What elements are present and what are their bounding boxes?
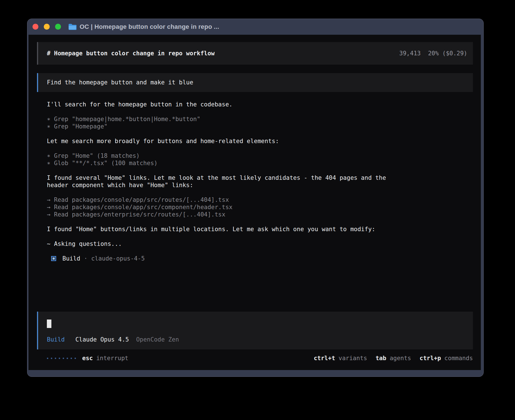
tool-call-line: ∗ Grep "Homepage" — [47, 123, 473, 130]
assistant-status-line: ~ Asking questions... — [47, 240, 473, 248]
text-cursor — [47, 320, 51, 328]
assistant-message-line: I found "Home" buttons/links in multiple… — [47, 226, 473, 233]
close-button[interactable] — [32, 24, 38, 30]
transcript: I'll search for the homepage button in t… — [47, 101, 473, 262]
agent-name: Build — [62, 255, 80, 262]
agent-mode-label[interactable]: Build — [47, 336, 65, 343]
tool-call-line: ∗ Grep "Home" (18 matches) — [47, 152, 473, 159]
shortcut-commands: ctrl+pcommands — [420, 355, 473, 362]
esc-key-hint: esc — [82, 355, 93, 362]
titlebar[interactable]: OC | Homepage button color change in rep… — [27, 19, 483, 34]
input-meta: Build Claude Opus 4.5 OpenCode Zen — [47, 336, 464, 343]
prompt-input[interactable]: Build Claude Opus 4.5 OpenCode Zen — [37, 312, 473, 349]
tool-call-line: → Read packages/console/app/src/componen… — [47, 204, 473, 211]
session-title: # Homepage button color change in repo w… — [47, 50, 215, 57]
assistant-message-line: header component which have "Home" links… — [47, 181, 473, 189]
assistant-message-line: Let me search more broadly for buttons a… — [47, 137, 473, 145]
tool-call-line: ∗ Grep "homepage|home.*button|Home.*butt… — [47, 115, 473, 123]
input-provider-label: OpenCode Zen — [136, 336, 179, 343]
status-model-name: claude-opus-4-5 — [91, 255, 145, 262]
minimize-button[interactable] — [44, 24, 50, 30]
assistant-message-line: I'll search for the homepage button in t… — [47, 101, 473, 108]
tool-call-line: ∗ Glob "**/*.tsx" (100 matches) — [47, 159, 473, 167]
shortcut-agents: tabagents — [376, 355, 411, 362]
terminal-window: OC | Homepage button color change in rep… — [27, 19, 484, 377]
agent-status-icon — [51, 256, 56, 261]
assistant-message-line: I found several "Home" links. Let me loo… — [47, 174, 473, 181]
status-separator: · — [84, 255, 88, 262]
title-wrap: OC | Homepage button color change in rep… — [68, 23, 219, 30]
tool-call-line: → Read packages/console/app/src/routes/[… — [47, 196, 473, 204]
terminal-content: # Homepage button color change in repo w… — [29, 35, 481, 370]
input-model-label[interactable]: Claude Opus 4.5 — [75, 336, 129, 343]
agent-status: Build · claude-opus-4-5 — [47, 255, 473, 262]
session-stats: 39,413 20% ($0.29) — [399, 50, 467, 57]
user-message-text: Find the homepage button and make it blu… — [47, 79, 193, 86]
window-title: OC | Homepage button color change in rep… — [80, 23, 219, 30]
shortcut-variants: ctrl+tvariants — [314, 355, 367, 362]
folder-icon — [68, 23, 77, 30]
shortcut-hints: ctrl+tvariants tabagents ctrl+pcommands — [305, 355, 473, 362]
traffic-lights — [32, 24, 61, 30]
spinner-dots-icon — [47, 358, 76, 359]
user-message: Find the homepage button and make it blu… — [37, 73, 473, 92]
status-bar: esc interrupt ctrl+tvariants tabagents c… — [47, 355, 473, 362]
token-count: 39,413 — [399, 50, 421, 57]
context-cost: 20% ($0.29) — [428, 50, 467, 57]
tool-call-line: → Read packages/enterprise/src/routes/[.… — [47, 211, 473, 218]
zoom-button[interactable] — [55, 24, 61, 30]
esc-hint-label: interrupt — [96, 355, 128, 362]
session-header: # Homepage button color change in repo w… — [37, 42, 473, 65]
